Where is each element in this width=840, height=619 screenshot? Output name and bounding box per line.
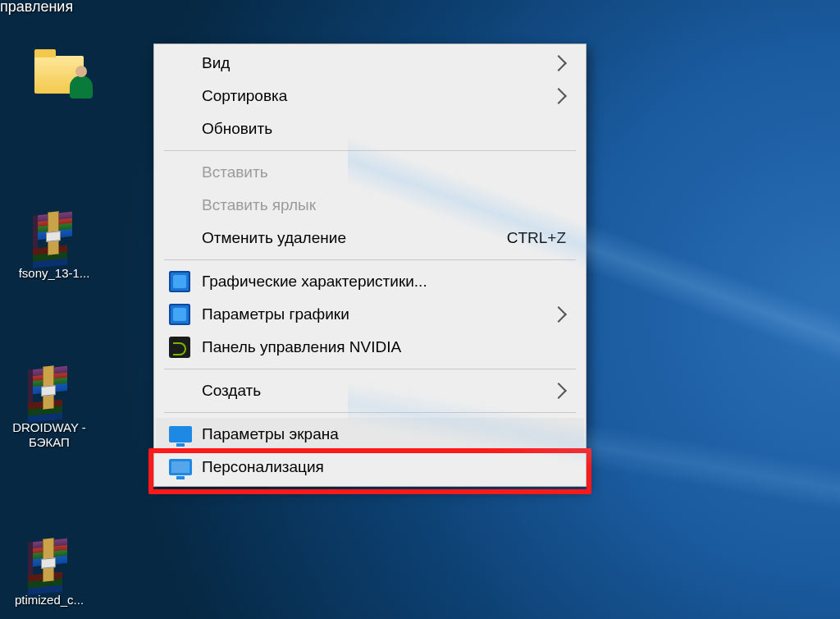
menu-item-display-settings[interactable]: Параметры экрана (156, 418, 584, 451)
winrar-icon (31, 213, 89, 263)
menu-item-nvidia-control-panel[interactable]: Панель управления NVIDIA (156, 331, 584, 364)
menu-item-label: Сортировка (202, 87, 287, 105)
desktop-icon-rar-optimized[interactable]: ptimized_c... (0, 539, 98, 608)
menu-item-paste-shortcut: Вставить ярлык (156, 189, 584, 222)
menu-item-graphics-params[interactable]: Параметры графики (156, 298, 584, 331)
display-icon (169, 426, 192, 442)
menu-separator (164, 150, 576, 151)
winrar-icon (26, 540, 84, 589)
menu-item-label: Графические характеристики... (202, 273, 427, 291)
menu-item-label: Параметры графики (202, 305, 349, 323)
menu-separator (164, 259, 576, 260)
menu-item-label: Отменить удаление (202, 229, 346, 247)
menu-item-sort[interactable]: Сортировка (156, 80, 584, 112)
menu-item-label: Параметры экрана (202, 425, 339, 443)
intel-icon (169, 271, 190, 292)
desktop-icon-rar-droidway[interactable]: DROIDWAY - БЭКАП (0, 366, 98, 450)
menu-item-label: Создать (202, 382, 261, 400)
menu-separator (164, 412, 576, 413)
menu-item-refresh[interactable]: Обновить (156, 112, 584, 145)
menu-item-label: Обновить (202, 120, 272, 138)
menu-item-new[interactable]: Создать (156, 374, 584, 407)
menu-item-personalize[interactable]: Персонализация (156, 451, 584, 484)
desktop-icon-label: ptimized_c... (0, 593, 98, 608)
folder-user-icon (30, 48, 88, 97)
menu-item-label: Панель управления NVIDIA (202, 338, 401, 356)
control-panel-label-fragment: правления (0, 0, 73, 16)
menu-separator (164, 369, 576, 369)
menu-item-label: Вид (202, 54, 230, 72)
intel-icon (169, 304, 190, 325)
menu-item-shortcut: CTRL+Z (507, 229, 566, 247)
desktop-icon-label: DROIDWAY - БЭКАП (0, 420, 98, 450)
menu-item-view[interactable]: Вид (156, 47, 584, 80)
desktop-icon-label: fsony_13-1... (5, 266, 103, 281)
desktop-icon-rar-fsony[interactable]: fsony_13-1... (5, 212, 103, 281)
menu-item-paste: Вставить (156, 156, 584, 189)
nvidia-icon (169, 337, 190, 358)
menu-item-label: Персонализация (202, 458, 324, 476)
personalize-icon (169, 459, 192, 475)
desktop-icon-user-folder[interactable] (10, 48, 108, 102)
menu-item-intel-graphics[interactable]: Графические характеристики... (156, 265, 584, 298)
winrar-icon (26, 368, 84, 417)
menu-item-undo-delete[interactable]: Отменить удаление CTRL+Z (156, 222, 584, 254)
desktop-context-menu: Вид Сортировка Обновить Вставить Вставит… (153, 44, 587, 487)
menu-item-label: Вставить (202, 163, 268, 181)
menu-item-label: Вставить ярлык (202, 196, 316, 214)
